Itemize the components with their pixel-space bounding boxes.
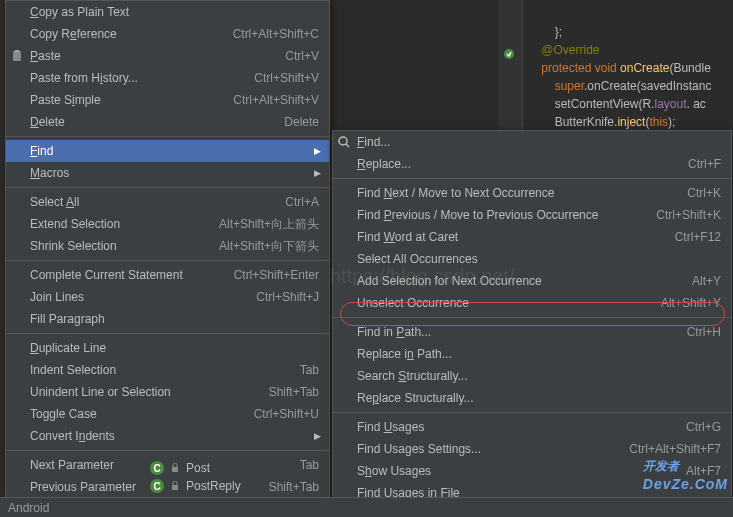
submenu-arrow-icon: ▶ bbox=[314, 146, 321, 156]
menu-item-find-usages[interactable]: Find UsagesCtrl+G bbox=[333, 416, 731, 438]
menu-item-label: Paste from History... bbox=[30, 71, 254, 85]
menu-item-replace[interactable]: Replace...Ctrl+F bbox=[333, 153, 731, 175]
menu-item-copy-reference[interactable]: Copy ReferenceCtrl+Alt+Shift+C bbox=[6, 23, 329, 45]
svg-line-4 bbox=[346, 144, 349, 147]
menu-item-complete-current-statement[interactable]: Complete Current StatementCtrl+Shift+Ent… bbox=[6, 264, 329, 286]
menu-item-find[interactable]: Find▶ bbox=[6, 140, 329, 162]
menu-item-label: Find Previous / Move to Previous Occurre… bbox=[357, 208, 656, 222]
menu-shortcut: Ctrl+Alt+Shift+V bbox=[233, 93, 319, 107]
svg-rect-1 bbox=[13, 51, 21, 61]
menu-item-replace-in-path[interactable]: Replace in Path... bbox=[333, 343, 731, 365]
override-icon bbox=[503, 48, 515, 60]
menu-shortcut: Ctrl+H bbox=[687, 325, 721, 339]
class-label: Post bbox=[186, 461, 210, 475]
menu-shortcut: Ctrl+G bbox=[686, 420, 721, 434]
code-editor[interactable]: }; @Override protected void onCreate(Bun… bbox=[523, 0, 733, 136]
menu-item-label: Macros bbox=[30, 166, 319, 180]
menu-shortcut: Alt+Y bbox=[692, 274, 721, 288]
menu-shortcut: Shift+Tab bbox=[269, 480, 319, 494]
menu-item-label: Replace Structurally... bbox=[357, 391, 721, 405]
menu-shortcut: Ctrl+Shift+K bbox=[656, 208, 721, 222]
menu-item-paste-simple[interactable]: Paste SimpleCtrl+Alt+Shift+V bbox=[6, 89, 329, 111]
menu-separator bbox=[333, 178, 731, 179]
menu-item-label: Add Selection for Next Occurrence bbox=[357, 274, 692, 288]
menu-item-label: Convert Indents bbox=[30, 429, 319, 443]
search-icon bbox=[337, 135, 351, 149]
code-line: super.onCreate(savedInstanc bbox=[528, 79, 711, 93]
menu-item-delete[interactable]: DeleteDelete bbox=[6, 111, 329, 133]
menu-shortcut: Tab bbox=[300, 458, 319, 472]
status-text: Android bbox=[8, 501, 49, 515]
menu-item-show-usages[interactable]: Show UsagesAlt+F7 bbox=[333, 460, 731, 482]
menu-shortcut: Ctrl+Shift+J bbox=[256, 290, 319, 304]
menu-item-unselect-occurrence[interactable]: Unselect OccurrenceAlt+Shift+Y bbox=[333, 292, 731, 314]
menu-item-shrink-selection[interactable]: Shrink SelectionAlt+Shift+向下箭头 bbox=[6, 235, 329, 257]
menu-shortcut: Ctrl+F bbox=[688, 157, 721, 171]
menu-shortcut: Ctrl+Shift+Enter bbox=[234, 268, 319, 282]
menu-shortcut: Ctrl+A bbox=[285, 195, 319, 209]
menu-item-indent-selection[interactable]: Indent SelectionTab bbox=[6, 359, 329, 381]
menu-item-label: Shrink Selection bbox=[30, 239, 219, 253]
menu-item-label: Extend Selection bbox=[30, 217, 219, 231]
menu-item-label: Find in Path... bbox=[357, 325, 687, 339]
menu-shortcut: Ctrl+K bbox=[687, 186, 721, 200]
menu-item-search-structurally[interactable]: Search Structurally... bbox=[333, 365, 731, 387]
paste-icon bbox=[10, 49, 24, 63]
menu-item-duplicate-line[interactable]: Duplicate Line bbox=[6, 337, 329, 359]
menu-shortcut: Tab bbox=[300, 363, 319, 377]
menu-separator bbox=[333, 317, 731, 318]
menu-item-label: Paste Simple bbox=[30, 93, 233, 107]
menu-item-extend-selection[interactable]: Extend SelectionAlt+Shift+向上箭头 bbox=[6, 213, 329, 235]
menu-item-convert-indents[interactable]: Convert Indents▶ bbox=[6, 425, 329, 447]
structure-list: C Post C PostReply bbox=[150, 459, 241, 495]
menu-shortcut: Alt+F7 bbox=[686, 464, 721, 478]
menu-item-label: Find Usages Settings... bbox=[357, 442, 629, 456]
menu-item-label: Select All Occurrences bbox=[357, 252, 721, 266]
lock-icon bbox=[170, 481, 180, 491]
menu-item-add-selection-for-next-occurrence[interactable]: Add Selection for Next OccurrenceAlt+Y bbox=[333, 270, 731, 292]
menu-item-label: Paste bbox=[30, 49, 285, 63]
class-label: PostReply bbox=[186, 479, 241, 493]
menu-item-find-word-at-caret[interactable]: Find Word at CaretCtrl+F12 bbox=[333, 226, 731, 248]
menu-shortcut: Shift+Tab bbox=[269, 385, 319, 399]
menu-shortcut: Ctrl+V bbox=[285, 49, 319, 63]
class-icon: C bbox=[150, 479, 164, 493]
menu-separator bbox=[6, 450, 329, 451]
menu-item-label: Indent Selection bbox=[30, 363, 300, 377]
editor-gutter bbox=[498, 0, 523, 130]
menu-item-macros[interactable]: Macros▶ bbox=[6, 162, 329, 184]
class-item-postreply[interactable]: C PostReply bbox=[150, 477, 241, 495]
menu-item-toggle-case[interactable]: Toggle CaseCtrl+Shift+U bbox=[6, 403, 329, 425]
menu-item-replace-structurally[interactable]: Replace Structurally... bbox=[333, 387, 731, 409]
menu-item-select-all[interactable]: Select AllCtrl+A bbox=[6, 191, 329, 213]
menu-item-join-lines[interactable]: Join LinesCtrl+Shift+J bbox=[6, 286, 329, 308]
menu-shortcut: Alt+Shift+向上箭头 bbox=[219, 216, 319, 233]
menu-item-find-usages-settings[interactable]: Find Usages Settings...Ctrl+Alt+Shift+F7 bbox=[333, 438, 731, 460]
menu-shortcut: Alt+Shift+Y bbox=[661, 296, 721, 310]
menu-item-paste-from-history[interactable]: Paste from History...Ctrl+Shift+V bbox=[6, 67, 329, 89]
menu-separator bbox=[6, 260, 329, 261]
menu-item-find-in-path[interactable]: Find in Path...Ctrl+H bbox=[333, 321, 731, 343]
code-line: ButterKnife.inject(this); bbox=[528, 115, 675, 129]
menu-item-copy-as-plain-text[interactable]: Copy as Plain Text bbox=[6, 1, 329, 23]
status-bar: Android bbox=[0, 497, 733, 517]
menu-item-find[interactable]: Find... bbox=[333, 131, 731, 153]
svg-rect-2 bbox=[15, 50, 19, 52]
menu-item-label: Fill Paragraph bbox=[30, 312, 319, 326]
menu-item-label: Join Lines bbox=[30, 290, 256, 304]
menu-item-find-next-move-to-next-occurrence[interactable]: Find Next / Move to Next OccurrenceCtrl+… bbox=[333, 182, 731, 204]
lock-icon bbox=[170, 463, 180, 473]
menu-item-label: Search Structurally... bbox=[357, 369, 721, 383]
menu-separator bbox=[6, 136, 329, 137]
menu-item-select-all-occurrences[interactable]: Select All Occurrences bbox=[333, 248, 731, 270]
class-item-post[interactable]: C Post bbox=[150, 459, 241, 477]
menu-item-find-previous-move-to-previous-occurrence[interactable]: Find Previous / Move to Previous Occurre… bbox=[333, 204, 731, 226]
menu-item-label: Copy as Plain Text bbox=[30, 5, 319, 19]
menu-item-paste[interactable]: PasteCtrl+V bbox=[6, 45, 329, 67]
menu-item-unindent-line-or-selection[interactable]: Unindent Line or SelectionShift+Tab bbox=[6, 381, 329, 403]
submenu-arrow-icon: ▶ bbox=[314, 431, 321, 441]
menu-item-label: Find Word at Caret bbox=[357, 230, 675, 244]
menu-item-label: Unindent Line or Selection bbox=[30, 385, 269, 399]
menu-separator bbox=[6, 333, 329, 334]
menu-item-fill-paragraph[interactable]: Fill Paragraph bbox=[6, 308, 329, 330]
